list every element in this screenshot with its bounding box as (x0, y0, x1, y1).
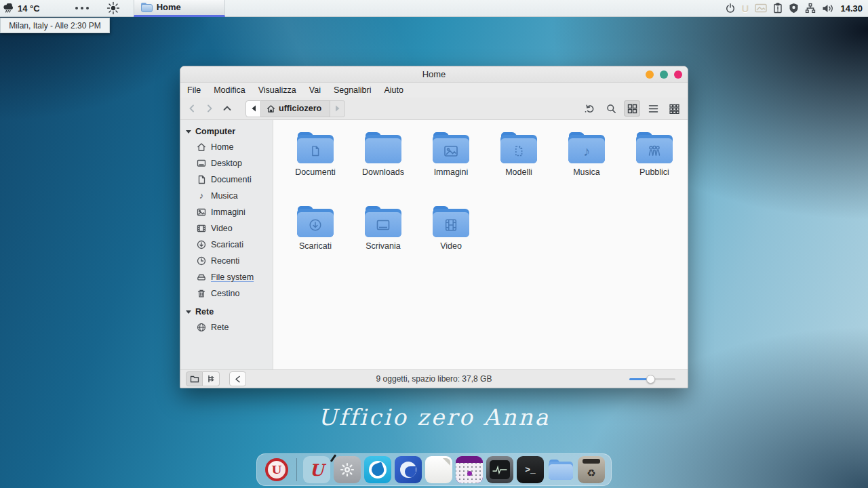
dock-settings-button[interactable] (334, 456, 361, 483)
folder-modelli[interactable]: Modelli (485, 128, 553, 202)
dock: U U >_ (256, 453, 612, 486)
section-label: Rete (195, 307, 214, 317)
folder-icon: ♪ (568, 132, 605, 163)
clock[interactable]: 14.30 (840, 3, 863, 14)
slider-handle[interactable] (646, 375, 655, 384)
taskbar-button-home[interactable]: Home (134, 0, 225, 17)
breadcrumb-prev-icon[interactable] (245, 100, 261, 117)
music-icon: ♪ (197, 192, 206, 199)
breadcrumb-location[interactable]: ufficiozero (261, 100, 330, 117)
weather-temp: 14 °C (18, 3, 40, 14)
breadcrumb-label: ufficiozero (279, 104, 321, 113)
top-panel: 14 °C Home U 14.30 (0, 0, 868, 17)
folder-scaricati[interactable]: Scaricati (281, 202, 349, 276)
sidebar-item-label: File system (211, 272, 254, 282)
file-manager-window: Home File Modifica Visualizza Vai Segnal… (180, 66, 688, 388)
clipboard-icon[interactable] (773, 3, 783, 14)
sidebar-item-file-system[interactable]: File system (180, 269, 273, 285)
screenshot-icon[interactable] (755, 3, 767, 13)
sidebar-item-desktop[interactable]: Desktop (180, 155, 273, 171)
weather-applet[interactable]: 14 °C (0, 0, 45, 16)
titlebar[interactable]: Home (180, 66, 688, 83)
folder-documenti[interactable]: Documenti (281, 128, 349, 202)
dock-writer-button[interactable]: U (303, 456, 330, 483)
dock-mail-button[interactable] (395, 456, 422, 483)
sidebar-item-cestino[interactable]: Cestino (180, 285, 273, 302)
icon-view-button[interactable] (624, 100, 640, 117)
folder-downloads[interactable]: Downloads (349, 128, 417, 202)
folder-pubblici[interactable]: Pubblici (620, 128, 688, 202)
dock-file-manager-button[interactable] (547, 456, 574, 483)
maximize-button[interactable] (660, 70, 668, 79)
sidebar-item-label: Documenti (211, 175, 252, 184)
ufficiozero-menu-button[interactable]: U (263, 456, 290, 483)
sidebar-item-musica[interactable]: ♪ Musica (180, 188, 273, 204)
search-icon[interactable] (603, 100, 619, 117)
terminal-icon: >_ (525, 465, 536, 475)
sidebar-item-label: Musica (211, 191, 238, 201)
volume-icon[interactable] (822, 3, 834, 14)
caret-down-icon (186, 130, 191, 134)
statusbar: 9 oggetti, spazio libero: 37,8 GB (180, 369, 688, 388)
minimize-button[interactable] (646, 70, 654, 79)
close-button[interactable] (674, 70, 682, 79)
network-icon[interactable] (805, 3, 816, 14)
folder-immagini[interactable]: Immagini (417, 128, 485, 202)
folder-icon (141, 3, 153, 12)
shield-icon[interactable] (789, 3, 799, 14)
zoom-slider[interactable] (629, 374, 675, 384)
menu-vai[interactable]: Vai (309, 85, 321, 95)
folder-video[interactable]: Video (417, 202, 485, 276)
up-button[interactable] (218, 100, 236, 117)
menu-modifica[interactable]: Modifica (214, 85, 245, 95)
folder-musica[interactable]: ♪ Musica (553, 128, 620, 202)
sidebar-item-home[interactable]: Home (180, 139, 273, 155)
ufficiozero-tray-icon[interactable]: U (742, 3, 749, 14)
list-view-button[interactable] (645, 100, 661, 117)
menu-visualizza[interactable]: Visualizza (258, 85, 296, 95)
dock-system-monitor-button[interactable] (486, 456, 513, 483)
folder-icon (433, 132, 469, 163)
refresh-icon[interactable] (582, 100, 598, 117)
folder-label: Documenti (295, 167, 336, 177)
sidebar-section-rete[interactable]: Rete (180, 304, 273, 319)
folder-label: Musica (573, 167, 600, 177)
dock-browser-button[interactable] (364, 456, 391, 483)
compact-view-button[interactable] (666, 100, 682, 117)
power-icon[interactable] (725, 3, 736, 14)
dock-trash-button[interactable]: ♻ (578, 456, 605, 483)
menu-segnalibri[interactable]: Segnalibri (334, 85, 372, 95)
sidebar-section-computer[interactable]: Computer (180, 124, 273, 139)
clock-icon (197, 256, 206, 266)
breadcrumb: ufficiozero (245, 100, 345, 117)
menu-file[interactable]: File (187, 85, 201, 95)
dock-texteditor-button[interactable] (425, 456, 452, 483)
sidebar-item-immagini[interactable]: Immagini (180, 204, 273, 220)
dock-calendar-button[interactable] (456, 456, 483, 483)
menubar: File Modifica Visualizza Vai Segnalibri … (180, 83, 688, 98)
folder-label: Downloads (362, 167, 404, 177)
forward-button[interactable] (201, 100, 218, 117)
calendar-icon (456, 456, 483, 463)
sidebar-item-documenti[interactable]: Documenti (180, 171, 273, 188)
brightness-applet[interactable] (101, 0, 125, 16)
folder-label: Modelli (505, 167, 532, 177)
trash-icon (197, 289, 206, 298)
sidebar-item-rete[interactable]: Rete (180, 319, 273, 336)
panel-menu-icon[interactable] (70, 0, 94, 16)
menu-aiuto[interactable]: Aiuto (384, 85, 404, 95)
monitor-icon (490, 460, 510, 479)
breadcrumb-next-icon[interactable] (330, 100, 345, 117)
status-text: 9 oggetti, spazio libero: 37,8 GB (180, 374, 688, 384)
document-icon (197, 175, 206, 184)
document-icon (443, 458, 450, 466)
sidebar-item-scaricati[interactable]: Scaricati (180, 237, 273, 253)
drive-icon (197, 272, 206, 282)
sidebar-item-label: Home (211, 142, 233, 152)
folder-scrivania[interactable]: Scrivania (349, 202, 417, 276)
sidebar-item-recenti[interactable]: Recenti (180, 253, 273, 269)
sidebar-item-video[interactable]: Video (180, 220, 273, 237)
folder-label: Immagini (434, 167, 469, 177)
dock-terminal-button[interactable]: >_ (517, 456, 544, 483)
back-button[interactable] (183, 100, 201, 117)
